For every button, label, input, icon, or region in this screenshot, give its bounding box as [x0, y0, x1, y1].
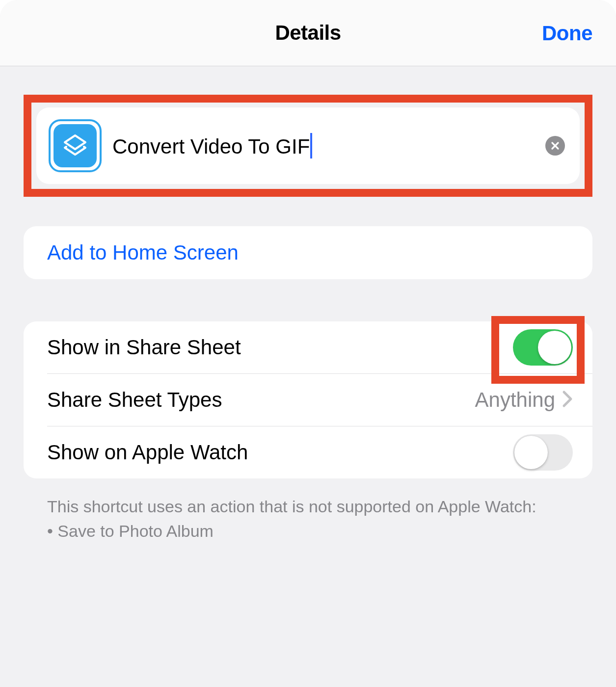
settings-group: Show in Share Sheet Share Sheet Types An…: [24, 321, 592, 478]
footer-note-bullet: • Save to Photo Album: [47, 520, 569, 543]
xmark-icon: [550, 141, 560, 151]
add-to-home-screen-button[interactable]: Add to Home Screen: [24, 226, 592, 279]
shortcuts-app-icon: [54, 124, 97, 167]
footer-note-text: This shortcut uses an action that is not…: [47, 495, 569, 518]
shortcut-name-text: Convert Video To GIF: [112, 135, 310, 158]
share-sheet-label: Show in Share Sheet: [47, 336, 241, 359]
share-sheet-types-value: Anything: [475, 388, 555, 412]
add-to-home-screen-label: Add to Home Screen: [47, 241, 239, 264]
toggle-knob: [538, 331, 571, 364]
shortcut-icon-button[interactable]: [49, 119, 102, 172]
name-card-highlight: Convert Video To GIF: [24, 95, 592, 197]
share-sheet-types-row[interactable]: Share Sheet Types Anything: [24, 374, 592, 426]
details-sheet: Details Done Convert V: [0, 0, 616, 687]
shortcut-name-input[interactable]: Convert Video To GIF: [112, 133, 312, 159]
toggle-knob: [514, 436, 548, 469]
content: Convert Video To GIF Add to Home Screen …: [0, 95, 616, 543]
show-in-share-sheet-row: Show in Share Sheet: [24, 321, 592, 373]
apple-watch-label: Show on Apple Watch: [47, 441, 248, 464]
page-title: Details: [275, 21, 341, 45]
header: Details Done: [0, 0, 616, 66]
text-cursor: [310, 133, 312, 159]
shortcut-name-card: Convert Video To GIF: [36, 107, 580, 184]
done-button[interactable]: Done: [542, 0, 592, 66]
chevron-right-icon: [562, 390, 573, 410]
clear-text-button[interactable]: [545, 136, 565, 156]
apple-watch-toggle[interactable]: [513, 434, 573, 471]
footer-note: This shortcut uses an action that is not…: [24, 495, 592, 543]
share-sheet-toggle[interactable]: [513, 329, 573, 366]
show-on-apple-watch-row: Show on Apple Watch: [24, 426, 592, 478]
share-sheet-types-label: Share Sheet Types: [47, 388, 222, 412]
